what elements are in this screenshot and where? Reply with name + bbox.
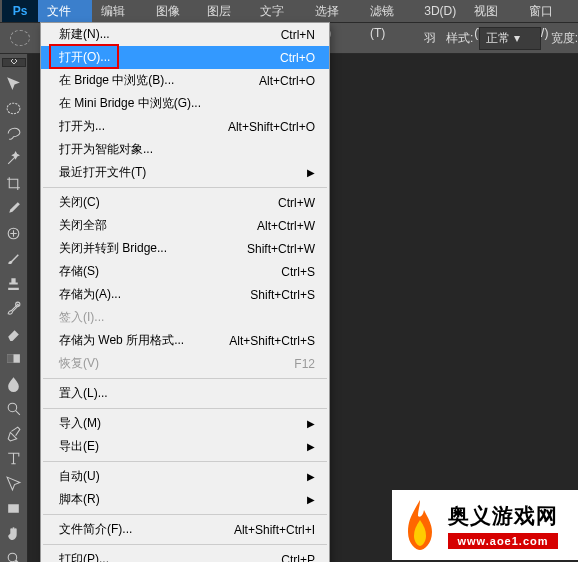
svg-rect-7 (8, 504, 19, 513)
menu-item-1-3[interactable]: 存储(S)Ctrl+S (41, 260, 329, 283)
menu-item-0-1[interactable]: 打开(O)...Ctrl+O (41, 46, 329, 69)
marquee-tool-icon[interactable] (2, 96, 26, 120)
menu-5[interactable]: 选择(S) (306, 0, 361, 22)
svg-point-6 (8, 403, 17, 412)
rect-tool-icon[interactable] (2, 496, 26, 520)
toolbox-toggle-icon[interactable] (2, 58, 26, 67)
menu-separator (43, 378, 327, 379)
menu-separator (43, 187, 327, 188)
menu-item-0-4[interactable]: 打开为...Alt+Shift+Ctrl+O (41, 115, 329, 138)
menu-item-4-1[interactable]: 脚本(R)▶ (41, 488, 329, 511)
menu-separator (43, 544, 327, 545)
submenu-arrow-icon: ▶ (287, 494, 315, 505)
menu-item-1-4[interactable]: 存储为(A)...Shift+Ctrl+S (41, 283, 329, 306)
menu-item-shortcut: Ctrl+N (281, 28, 315, 42)
submenu-arrow-icon: ▶ (287, 441, 315, 452)
menu-item-label: 存储为 Web 所用格式... (59, 332, 184, 349)
menu-item-label: 新建(N)... (59, 26, 110, 43)
gradient-tool-icon[interactable] (2, 346, 26, 370)
type-tool-icon[interactable] (2, 446, 26, 470)
menu-item-0-0[interactable]: 新建(N)...Ctrl+N (41, 23, 329, 46)
watermark: 奥义游戏网 www.aoe1.com (392, 490, 578, 560)
stamp-tool-icon[interactable] (2, 271, 26, 295)
brush-tool-icon[interactable] (2, 246, 26, 270)
svg-rect-5 (7, 354, 13, 363)
move-tool-icon[interactable] (2, 71, 26, 95)
width-label: 宽度: (551, 30, 578, 47)
file-menu-dropdown: 新建(N)...Ctrl+N打开(O)...Ctrl+O在 Bridge 中浏览… (40, 22, 330, 562)
menu-item-label: 关闭并转到 Bridge... (59, 240, 167, 257)
eraser-tool-icon[interactable] (2, 321, 26, 345)
menu-item-0-5[interactable]: 打开为智能对象... (41, 138, 329, 161)
menu-item-6-0[interactable]: 打印(P)...Ctrl+P (41, 548, 329, 562)
menu-item-label: 在 Mini Bridge 中浏览(G)... (59, 95, 201, 112)
menu-item-shortcut: Alt+Shift+Ctrl+O (228, 120, 315, 134)
menu-2[interactable]: 图像(I) (147, 0, 198, 22)
menu-item-0-3[interactable]: 在 Mini Bridge 中浏览(G)... (41, 92, 329, 115)
heal-tool-icon[interactable] (2, 221, 26, 245)
menu-item-1-7: 恢复(V)F12 (41, 352, 329, 375)
menu-item-shortcut: F12 (294, 357, 315, 371)
menu-item-shortcut: Ctrl+O (280, 51, 315, 65)
pen-tool-icon[interactable] (2, 421, 26, 445)
menu-item-1-2[interactable]: 关闭并转到 Bridge...Shift+Ctrl+W (41, 237, 329, 260)
menu-item-shortcut: Alt+Shift+Ctrl+I (234, 523, 315, 537)
menu-4[interactable]: 文字(Y) (251, 0, 306, 22)
menu-6[interactable]: 滤镜(T) (361, 0, 415, 22)
menu-item-label: 存储(S) (59, 263, 99, 280)
menu-8[interactable]: 视图(V) (465, 0, 520, 22)
menu-item-shortcut: Ctrl+W (278, 196, 315, 210)
menu-1[interactable]: 编辑(E) (92, 0, 147, 22)
menu-item-2-0[interactable]: 置入(L)... (41, 382, 329, 405)
submenu-arrow-icon: ▶ (287, 418, 315, 429)
menu-3[interactable]: 图层(L) (198, 0, 252, 22)
menu-item-4-0[interactable]: 自动(U)▶ (41, 465, 329, 488)
menu-item-0-6[interactable]: 最近打开文件(T)▶ (41, 161, 329, 184)
menu-item-1-6[interactable]: 存储为 Web 所用格式...Alt+Shift+Ctrl+S (41, 329, 329, 352)
zoom-tool-icon[interactable] (2, 546, 26, 562)
menu-item-label: 打开(O)... (59, 49, 110, 66)
style-select[interactable]: 正常 ▾ (479, 27, 540, 50)
menu-item-1-0[interactable]: 关闭(C)Ctrl+W (41, 191, 329, 214)
watermark-text: 奥义游戏网 www.aoe1.com (448, 502, 558, 549)
menu-7[interactable]: 3D(D) (415, 0, 465, 22)
menubar: Ps 文件(F)编辑(E)图像(I)图层(L)文字(Y)选择(S)滤镜(T)3D… (0, 0, 578, 22)
history-tool-icon[interactable] (2, 296, 26, 320)
menu-item-0-2[interactable]: 在 Bridge 中浏览(B)...Alt+Ctrl+O (41, 69, 329, 92)
menu-item-label: 自动(U) (59, 468, 100, 485)
menu-item-label: 关闭(C) (59, 194, 100, 211)
menu-item-label: 关闭全部 (59, 217, 107, 234)
menu-item-label: 导入(M) (59, 415, 101, 432)
menu-0[interactable]: 文件(F) (38, 0, 92, 22)
menu-item-3-1[interactable]: 导出(E)▶ (41, 435, 329, 458)
path-tool-icon[interactable] (2, 471, 26, 495)
style-label: 样式: (446, 30, 473, 47)
crop-tool-icon[interactable] (2, 171, 26, 195)
menu-separator (43, 408, 327, 409)
menu-item-1-1[interactable]: 关闭全部Alt+Ctrl+W (41, 214, 329, 237)
menu-item-shortcut: Alt+Shift+Ctrl+S (229, 334, 315, 348)
menu-9[interactable]: 窗口(W) (520, 0, 578, 22)
menu-item-shortcut: Shift+Ctrl+S (250, 288, 315, 302)
svg-point-1 (7, 103, 20, 114)
menu-item-3-0[interactable]: 导入(M)▶ (41, 412, 329, 435)
menu-item-label: 存储为(A)... (59, 286, 121, 303)
toolbox (0, 54, 28, 562)
menu-item-shortcut: Ctrl+P (281, 553, 315, 563)
menu-item-label: 打开为智能对象... (59, 141, 153, 158)
eyedropper-tool-icon[interactable] (2, 196, 26, 220)
feather-group: 羽 (424, 30, 436, 47)
feather-label: 羽 (424, 30, 436, 47)
dodge-tool-icon[interactable] (2, 396, 26, 420)
blur-tool-icon[interactable] (2, 371, 26, 395)
menu-item-label: 置入(L)... (59, 385, 108, 402)
width-group: 宽度: (551, 30, 578, 47)
hand-tool-icon[interactable] (2, 521, 26, 545)
menu-item-shortcut: Ctrl+S (281, 265, 315, 279)
watermark-url: www.aoe1.com (448, 533, 558, 549)
lasso-tool-icon[interactable] (2, 121, 26, 145)
menu-item-5-0[interactable]: 文件简介(F)...Alt+Shift+Ctrl+I (41, 518, 329, 541)
menu-item-label: 脚本(R) (59, 491, 100, 508)
wand-tool-icon[interactable] (2, 146, 26, 170)
tool-preset-thumb-icon[interactable] (10, 30, 30, 46)
